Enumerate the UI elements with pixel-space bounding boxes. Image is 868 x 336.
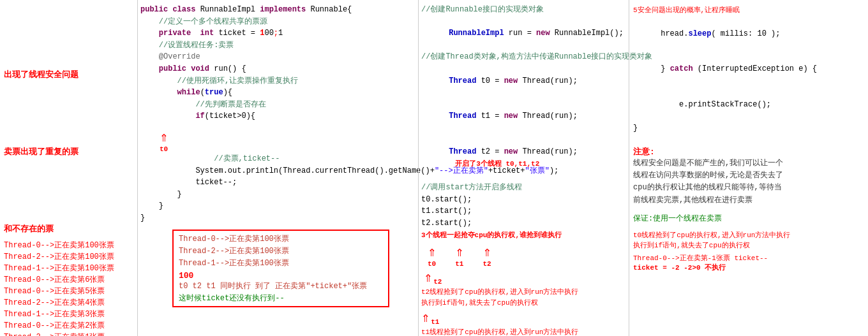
note-line-0: 线程安全问题是不能产生的,我们可以让一个 — [633, 157, 864, 170]
bottom-line-3: Thread-1-->正在卖第100张票 — [179, 258, 383, 270]
code-line-5: @Override — [140, 51, 415, 63]
comment1: //创建Runnable接口的实现类对象 — [421, 4, 626, 16]
code-panel: public class RunnableImpl implements Run… — [137, 0, 418, 336]
t2-start: t2.start(); — [421, 217, 626, 230]
t2-desc-top: t2线程抢到了cpu的执行权,进入到run方法中执行执行到if语句,就失去了cp… — [421, 287, 626, 308]
t0-start: t0.start(); — [421, 194, 626, 206]
t0-desc: t0线程抢到了cpu的执行权,进入到run方法中执行执行到if语句,就失去了cp… — [633, 230, 864, 251]
t0-up-arrow: ⇑ — [160, 131, 168, 145]
code-line-6: public void run() { — [140, 63, 415, 75]
t0-arrow-area: ⇑ t0 — [160, 131, 415, 153]
code-line-close3: } — [140, 212, 415, 224]
thread-t2: Thread t2 = new Thread(run); 开启了3个线程 t0,… — [421, 135, 626, 182]
code-line-8: while(true){ — [140, 87, 415, 99]
t1-up-icon: ⇑ — [421, 312, 430, 326]
guarantee-line: 保证:使用一个线程在卖票 — [633, 213, 864, 224]
log-2: Thread-1-->正在卖第100张票 — [4, 263, 133, 274]
note-section: 注意: 线程安全问题是不能产生的,我们可以让一个 线程在访问共享数据的时候,无论… — [633, 146, 864, 207]
t2-arrow-right-label: t2 — [483, 260, 491, 268]
t2-arrow-right-icon: ⇑ — [483, 246, 491, 260]
code-line-1: public class RunnableImpl implements Run… — [140, 4, 415, 16]
t1-arrow-right-label: t1 — [455, 260, 463, 268]
t1-arrow-label2: t1 — [431, 318, 439, 326]
t2-arrow-top-label: t2 — [433, 278, 442, 286]
runnable-impl-line: RunnableImpl run = new RunnableImpl(); — [421, 16, 626, 52]
print-line: e.printStackTrace(); — [633, 87, 864, 123]
bottom-ticket-label: 这时候ticket还没有执行到-- — [179, 293, 383, 303]
log-5: Thread-2-->正在卖第4张票 — [4, 297, 133, 309]
bottom-concat: t0 t2 t1 同时执行 到了 正在卖第"+ticket+"张票 — [179, 281, 383, 293]
t0-arrow-right-icon: ⇑ — [428, 246, 436, 260]
t1-arrow-right-icon: ⇑ — [455, 246, 463, 260]
t0-result-label: Thread-0-->正在卖第-1张票 ticket-- — [633, 253, 864, 263]
t1-desc-top: t1线程抢到了cpu的执行权,进入到run方法中执行执行到if语句,就失去了cp… — [421, 327, 626, 336]
note-line-1: 线程在访问共享数据的时候,无论是否失去了 — [633, 170, 864, 182]
t2-annotation-top: ⇑ t2 t2线程抢到了cpu的执行权,进入到run方法中执行执行到if语句,就… — [421, 272, 626, 308]
code-line-close1: } — [140, 189, 415, 201]
t1-arrow-right: ⇑ t1 — [455, 246, 463, 268]
right-top-panel: //创建Runnable接口的实现类对象 RunnableImpl run = … — [418, 0, 629, 336]
compete-cpu-label: 3个线程一起抢夺cpu的执行权,谁抢到谁执行 — [421, 230, 626, 240]
bottom-line-2: Thread-2-->正在卖第100张票 — [179, 245, 383, 258]
code-line-7: //使用死循环,让卖票操作重复执行 — [140, 75, 415, 87]
note-title: 注意: — [633, 146, 864, 157]
label-100: 100 — [179, 271, 193, 281]
code-line-close2: } — [140, 200, 415, 212]
thread-logs: Thread-0-->正在卖第100张票 Thread-2-->正在卖第100张… — [4, 240, 133, 336]
t2-arrow-top-area: ⇑ t2 — [424, 272, 626, 286]
thread-t1: Thread t1 = new Thread(run); — [421, 99, 626, 135]
log-0: Thread-0-->正在卖第100张票 — [4, 240, 133, 251]
log-3: Thread-0-->正在卖第6张票 — [4, 274, 133, 286]
code-line-2: //定义一个多个线程共享的票源 — [140, 16, 415, 28]
t2-arrow-top-row: ⇑ t2 — [424, 272, 442, 286]
log-1: Thread-2-->正在卖第100张票 — [4, 251, 133, 263]
t2-arrow-top-icon: ⇑ — [424, 272, 432, 286]
bottom-line-1: Thread-0-->正在卖第100张票 — [179, 233, 383, 245]
code-line-4: //设置线程任务:卖票 — [140, 40, 415, 52]
t1-arrow-row: ⇑ t1 — [421, 312, 626, 326]
t2-arrow-right: ⇑ t2 — [483, 246, 491, 268]
t0-arrow-right: ⇑ t0 — [428, 246, 436, 268]
t0-arrow-right-label: t0 — [428, 260, 436, 268]
log-4: Thread-0-->正在卖第5张票 — [4, 286, 133, 297]
note-line-2: cpu的执行权让其他的线程只能等待,等待当 — [633, 182, 864, 194]
t1-start: t1.start(); — [421, 205, 626, 217]
catch-line: } catch (InterruptedException e) { — [633, 52, 864, 87]
code-line-print: System.out.println(Thread.currentThread(… — [140, 165, 415, 177]
concat-label: t0 t2 t1 同时执行 到了 正在卖第"+ticket+"张票 — [179, 282, 367, 291]
code-line-ticketminus: ticket--; — [140, 177, 415, 189]
t0-arrow-container: ⇑ t0 — [160, 131, 168, 153]
warning-title: 出现了线程安全问题 — [4, 69, 133, 82]
left-panel: 出现了线程安全问题 卖票出现了重复的票 和不存在的票 Thread-0-->正在… — [0, 0, 137, 336]
thread-t0: Thread t0 = new Thread(run); — [421, 63, 626, 99]
log-6: Thread-1-->正在卖第3张票 — [4, 309, 133, 320]
open-3-label: 开启了3个线程 t0,t1,t2 — [455, 160, 539, 168]
code-line-sleep: //卖票,ticket-- — [140, 153, 415, 165]
comment3: //调用start方法开启多线程 — [421, 182, 626, 194]
code-line-3: private int ticket = 100;1 — [140, 27, 415, 40]
bottom-box: Thread-0-->正在卖第100张票 Thread-2-->正在卖第100张… — [172, 230, 389, 308]
warning-line2: 卖票出现了重复的票 — [4, 146, 133, 159]
sleep-code: hread.sleep( millis: 10 ); — [633, 16, 864, 52]
code-line-9: //先判断票是否存在 — [140, 99, 415, 111]
sleep-comment: 5安全问题出现的概率,让程序睡眠 — [633, 5, 864, 15]
comment2: //创建Thread类对象,构造方法中传递Runnable接口的实现类对象 — [421, 51, 626, 63]
warning-line3: 和不存在的票 — [4, 223, 133, 237]
code-line-10: if(ticket>0){ — [140, 110, 415, 122]
close-brace: } — [633, 122, 864, 135]
bottom-concat-row: 100 — [179, 271, 383, 281]
arrows-row: ⇑ t0 ⇑ t1 ⇑ t2 — [428, 246, 626, 268]
log-8: Thread-2-->正在卖第1张票 — [4, 332, 133, 336]
t0-label: t0 — [160, 145, 168, 153]
t0-annotation-farright: t0线程抢到了cpu的执行权,进入到run方法中执行执行到if语句,就失去了cp… — [633, 230, 864, 272]
far-right-panel: 5安全问题出现的概率,让程序睡眠 hread.sleep( millis: 10… — [629, 0, 868, 336]
t1-annotation-area: ⇑ t1 t1线程抢到了cpu的执行权,进入到run方法中执行执行到if语句,就… — [421, 312, 626, 336]
page-container: 出现了线程安全问题 卖票出现了重复的票 和不存在的票 Thread-0-->正在… — [0, 0, 868, 336]
t0-final-label: ticket = -2 -2>0 不执行 — [633, 263, 864, 272]
note-line-3: 前线程卖完票,其他线程在进行卖票 — [633, 194, 864, 207]
log-7: Thread-0-->正在卖第2张票 — [4, 320, 133, 332]
